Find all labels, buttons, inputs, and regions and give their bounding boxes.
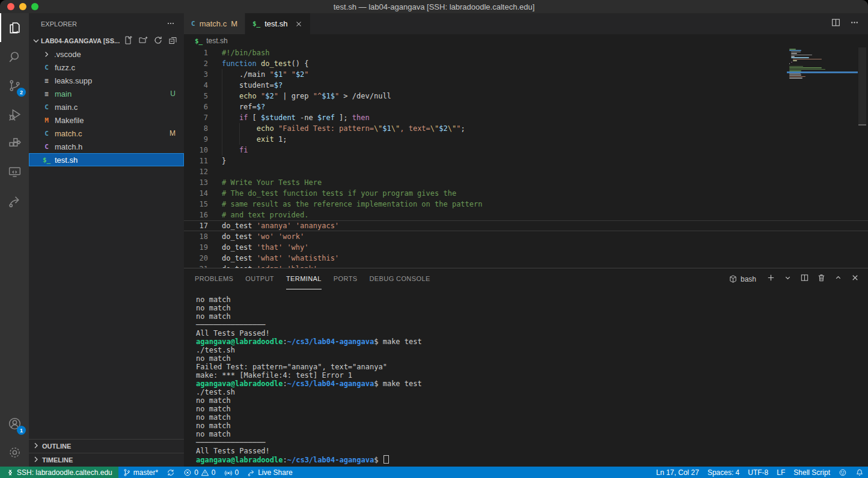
file-item-test.sh[interactable]: $_test.sh	[29, 153, 184, 166]
status-indentation[interactable]: Spaces: 4	[703, 467, 744, 478]
panel-tab-problems[interactable]: PROBLEMS	[195, 268, 233, 289]
status-eol[interactable]: LF	[772, 467, 789, 478]
split-editor-button[interactable]	[831, 17, 841, 30]
panel-tab-debug-console[interactable]: DEBUG CONSOLE	[370, 268, 430, 289]
code-line-21[interactable]: 21do_test 'adam' 'blank'	[184, 264, 868, 268]
indent-guide	[222, 80, 222, 91]
code-line-12[interactable]: 12	[184, 166, 868, 177]
file-item-fuzz.c[interactable]: Cfuzz.c	[29, 61, 184, 74]
live-share-icon	[247, 468, 255, 477]
section-outline[interactable]: OUTLINE	[29, 439, 184, 453]
tab-match.c[interactable]: Cmatch.cM	[184, 13, 245, 34]
activity-bar-item-source-control[interactable]: 2	[0, 71, 29, 100]
code-line-6[interactable]: 6 ref=$?	[184, 101, 868, 112]
file-item-match.c[interactable]: Cmatch.cM	[29, 127, 184, 140]
workspace-root-row[interactable]: LAB04-AGANGAVA [SS...	[29, 34, 184, 47]
code-editor[interactable]: 1#!/bin/bash2function do_test() {3 ./mai…	[184, 47, 868, 268]
status-ports[interactable]: 0	[220, 467, 243, 478]
line-number: 7	[184, 112, 208, 123]
activity-bar-item-explorer[interactable]	[0, 13, 29, 42]
file-item-match.h[interactable]: Cmatch.h	[29, 140, 184, 153]
remote-host-label: SSH: labradoodle.caltech.edu	[17, 468, 112, 477]
editor-scrollbar[interactable]	[857, 47, 868, 268]
maximize-panel-button[interactable]	[834, 273, 843, 285]
terminal-line: no match	[196, 304, 868, 312]
minimap-line	[791, 55, 812, 56]
code-line-16[interactable]: 16# and text provided.	[184, 210, 868, 220]
file-item-main.c[interactable]: Cmain.c	[29, 100, 184, 113]
panel-tab-ports[interactable]: PORTS	[334, 268, 358, 289]
more-actions-button[interactable]	[849, 17, 860, 30]
section-timeline[interactable]: TIMELINE	[29, 453, 184, 467]
status-remote[interactable]: SSH: labradoodle.caltech.edu	[0, 467, 118, 478]
new-terminal-button[interactable]	[766, 273, 775, 285]
status-branch[interactable]: master*	[118, 467, 162, 478]
new-file-button[interactable]	[123, 35, 133, 46]
list-file-icon: ≡	[42, 77, 51, 85]
tab-modified-indicator: M	[231, 19, 237, 28]
code-line-18[interactable]: 18do_test 'wo' 'work'	[184, 231, 868, 242]
zoom-window-button[interactable]	[31, 3, 38, 10]
minimize-window-button[interactable]	[19, 3, 26, 10]
makefile-file-icon: M	[42, 116, 51, 124]
collapse-all-button[interactable]	[168, 35, 178, 46]
activity-bar-item-live-share[interactable]	[0, 186, 29, 215]
status-language-mode[interactable]: Shell Script	[789, 467, 834, 478]
status-problems[interactable]: 0 0	[179, 467, 219, 478]
code-line-7[interactable]: 7 if [ $student -ne $ref ]; then	[184, 112, 868, 123]
vscode-window: test.sh — lab04-agangava [SSH: labradood…	[0, 0, 868, 478]
refresh-button[interactable]	[153, 35, 163, 46]
code-line-1[interactable]: 1#!/bin/bash	[184, 47, 868, 58]
activity-bar-item-remote-explorer[interactable]	[0, 157, 29, 186]
panel-tab-output[interactable]: OUTPUT	[245, 268, 274, 289]
minimap-line	[791, 57, 809, 58]
kill-terminal-button[interactable]	[817, 273, 826, 285]
chevron-down-icon	[31, 36, 41, 46]
file-item-Makefile[interactable]: MMakefile	[29, 113, 184, 127]
activity-bar-item-settings[interactable]	[0, 438, 29, 467]
code-line-8[interactable]: 8 echo "Failed Test: pattern=\"$1\", tex…	[184, 123, 868, 134]
code-line-14[interactable]: 14# The do_test function tests if your p…	[184, 188, 868, 199]
activity-bar-item-search[interactable]	[0, 42, 29, 71]
code-line-15[interactable]: 15# same result as the reference impleme…	[184, 199, 868, 210]
split-terminal-button[interactable]	[800, 273, 809, 285]
terminal-line: no match	[196, 354, 868, 363]
panel-tab-terminal[interactable]: TERMINAL	[286, 268, 322, 289]
code-line-20[interactable]: 20do_test 'what' 'whatisthis'	[184, 253, 868, 264]
breadcrumb[interactable]: $_ test.sh	[184, 34, 868, 47]
minimap[interactable]	[789, 49, 857, 268]
code-line-4[interactable]: 4 student=$?	[184, 80, 868, 91]
file-item-leaks.supp[interactable]: ≡leaks.supp	[29, 74, 184, 87]
scrollbar-slider[interactable]	[858, 47, 866, 126]
terminal-content[interactable]: no matchno matchno match────────────────…	[184, 289, 868, 467]
code-line-17[interactable]: 17do_test 'ananya' 'ananyacs'	[184, 220, 868, 231]
status-encoding[interactable]: UTF-8	[744, 467, 772, 478]
code-line-13[interactable]: 13# Write Your Tests Here	[184, 177, 868, 188]
close-tab-icon[interactable]	[295, 20, 303, 28]
code-line-3[interactable]: 3 ./main "$1" "$2"	[184, 69, 868, 80]
status-sync-button[interactable]	[162, 467, 179, 478]
tab-test.sh[interactable]: $_test.sh	[245, 13, 311, 34]
code-line-10[interactable]: 10 fi	[184, 145, 868, 156]
close-window-button[interactable]	[7, 3, 14, 10]
section-label: TIMELINE	[42, 456, 73, 464]
code-line-11[interactable]: 11}	[184, 156, 868, 166]
status-feedback-button[interactable]	[834, 467, 851, 478]
terminal-dropdown-button[interactable]	[783, 273, 792, 285]
code-line-5[interactable]: 5 echo "$2" | grep "^$1$" > /dev/null	[184, 91, 868, 101]
status-notifications-button[interactable]	[851, 467, 868, 478]
new-folder-button[interactable]	[138, 35, 148, 46]
code-line-19[interactable]: 19do_test 'that' 'why'	[184, 242, 868, 253]
terminal-shell-selector[interactable]: bash	[729, 274, 756, 283]
status-cursor-position[interactable]: Ln 17, Col 27	[652, 467, 703, 478]
activity-bar-item-run-and-debug[interactable]	[0, 100, 29, 129]
activity-bar-item-accounts[interactable]: 1	[0, 409, 29, 438]
explorer-more-actions-button[interactable]	[166, 19, 176, 29]
close-panel-button[interactable]	[851, 273, 860, 285]
status-live-share[interactable]: Live Share	[243, 467, 296, 478]
file-item-.vscode[interactable]: .vscode	[29, 47, 184, 61]
activity-bar-item-extensions[interactable]	[0, 129, 29, 157]
code-line-2[interactable]: 2function do_test() {	[184, 58, 868, 69]
file-item-main[interactable]: ≡mainU	[29, 87, 184, 100]
code-line-9[interactable]: 9 exit 1;	[184, 134, 868, 145]
